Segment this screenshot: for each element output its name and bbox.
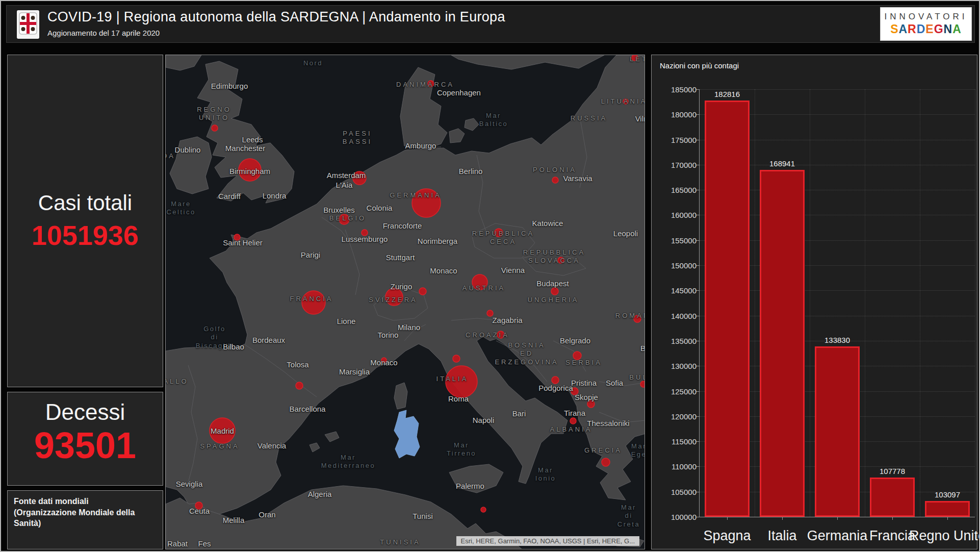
- total-cases-panel: Casi totali 1051936: [7, 55, 163, 387]
- y-axis-label: 180000: [658, 110, 697, 119]
- case-bubble: [571, 388, 578, 395]
- brand-letter: N: [944, 22, 953, 36]
- bar-italia[interactable]: [760, 170, 805, 517]
- deaths-value: 93501: [34, 427, 136, 464]
- case-bubble: [234, 234, 240, 240]
- case-bubble: [632, 55, 638, 61]
- brand-letter: E: [925, 22, 934, 36]
- y-axis-tick: [696, 517, 700, 517]
- y-axis-label: 185000: [658, 85, 697, 94]
- x-axis-tick: [782, 517, 783, 520]
- gridline-v: [865, 89, 865, 517]
- brand-letter: S: [890, 22, 898, 36]
- europe-map[interactable]: NordMar BalticoMare CelticoGolfo di Bisc…: [165, 55, 645, 549]
- brand-letter: D: [917, 22, 926, 36]
- y-axis-label: 105000: [658, 487, 697, 496]
- y-axis-label: 160000: [658, 211, 697, 219]
- y-axis-label: 130000: [658, 362, 697, 370]
- gridline-v: [810, 89, 810, 517]
- case-bubble: [446, 366, 477, 397]
- header-text: COVID-19 | Regiona autonoma della SARDEG…: [47, 9, 505, 37]
- y-axis-tick: [696, 190, 700, 190]
- case-bubble: [362, 230, 368, 236]
- total-cases-value: 1051936: [32, 219, 139, 251]
- y-axis-tick: [696, 492, 700, 492]
- brand-letter: A: [898, 22, 908, 36]
- y-axis-tick: [696, 215, 700, 215]
- y-axis-tick: [696, 366, 700, 366]
- bar-chart-plot: 1000001050001100001150001200001250001300…: [699, 89, 975, 517]
- y-axis-label: 115000: [658, 437, 697, 446]
- case-bubble: [623, 99, 628, 104]
- contagion-chart-panel: Nazioni con più contagi 1000001050001100…: [651, 55, 977, 549]
- x-axis-tick: [727, 517, 728, 520]
- case-bubble: [602, 458, 610, 466]
- y-axis-tick: [696, 290, 700, 291]
- case-bubble: [296, 382, 303, 389]
- gridline-v: [920, 89, 920, 517]
- bar-francia[interactable]: [870, 478, 915, 517]
- gridline-h: [700, 89, 975, 90]
- case-bubble: [558, 257, 564, 263]
- case-bubble: [640, 381, 645, 387]
- brand-letter: A: [952, 22, 962, 36]
- y-axis-tick: [696, 341, 700, 341]
- y-axis-tick: [696, 466, 700, 467]
- case-bubble: [472, 274, 487, 290]
- y-axis-label: 175000: [658, 135, 697, 144]
- case-bubble: [453, 355, 460, 362]
- case-bubble: [385, 288, 403, 306]
- y-axis-tick: [696, 89, 700, 90]
- dashboard-page: COVID-19 | Regiona autonoma della SARDEG…: [0, 0, 980, 552]
- case-bubble: [570, 418, 576, 424]
- brand-bottom-text: SARDEGNA: [890, 22, 962, 36]
- y-axis-tick: [696, 114, 700, 115]
- y-axis-tick: [696, 441, 700, 442]
- deaths-panel: Decessi 93501: [7, 392, 163, 486]
- x-axis-label-francia: Francia: [869, 528, 915, 544]
- case-bubble: [634, 315, 641, 322]
- bar-value-label: 107778: [880, 467, 905, 475]
- y-axis-tick: [696, 240, 700, 241]
- brand-letter: R: [908, 22, 917, 36]
- page-title: COVID-19 | Regiona autonoma della SARDEG…: [47, 9, 505, 25]
- deaths-label: Decessi: [45, 399, 125, 425]
- y-axis-label: 125000: [658, 387, 697, 395]
- x-axis-label-italia: Italia: [767, 528, 796, 544]
- data-source-text: Fonte dati mondiali (Organizzazione Mond…: [14, 496, 157, 529]
- case-bubble: [419, 288, 426, 295]
- y-axis-label: 165000: [658, 186, 697, 194]
- x-axis-tick: [837, 517, 838, 520]
- case-bubble: [381, 358, 386, 363]
- bar-germania[interactable]: [815, 346, 860, 517]
- y-axis-label: 140000: [658, 311, 697, 320]
- y-axis-tick: [696, 140, 700, 140]
- bar-regno-unito[interactable]: [925, 501, 970, 517]
- case-bubble: [552, 177, 558, 183]
- case-bubble: [210, 418, 235, 443]
- y-axis-label: 120000: [658, 412, 697, 420]
- bar-spagna[interactable]: [705, 101, 750, 517]
- map-attribution: Esri, HERE, Garmin, FAO, NOAA, USGS | Es…: [456, 536, 639, 546]
- case-bubble: [353, 171, 366, 185]
- bar-value-label: 133830: [824, 336, 850, 344]
- x-axis-tick: [947, 517, 948, 520]
- brand-letter: G: [934, 22, 944, 36]
- innovatori-sardegna-logo: INNOVATORI SARDEGNA: [880, 7, 972, 41]
- case-bubble: [497, 331, 504, 338]
- case-bubble: [495, 229, 503, 237]
- case-bubble: [239, 159, 261, 181]
- case-bubble: [212, 125, 218, 131]
- y-axis-label: 155000: [658, 236, 697, 244]
- y-axis-tick: [696, 165, 700, 165]
- y-axis-label: 110000: [658, 462, 697, 471]
- case-bubble: [573, 352, 581, 360]
- y-axis-label: 170000: [658, 160, 697, 169]
- y-axis-label: 150000: [658, 261, 697, 270]
- x-axis-label-germania: Germania: [807, 528, 868, 544]
- case-bubble: [481, 507, 486, 512]
- bar-value-label: 182816: [714, 90, 740, 98]
- x-axis-label-spagna: Spagna: [703, 528, 751, 544]
- brand-top-text: INNOVATORI: [885, 12, 968, 22]
- page-subtitle: Aggionamento del 17 aprile 2020: [47, 29, 505, 37]
